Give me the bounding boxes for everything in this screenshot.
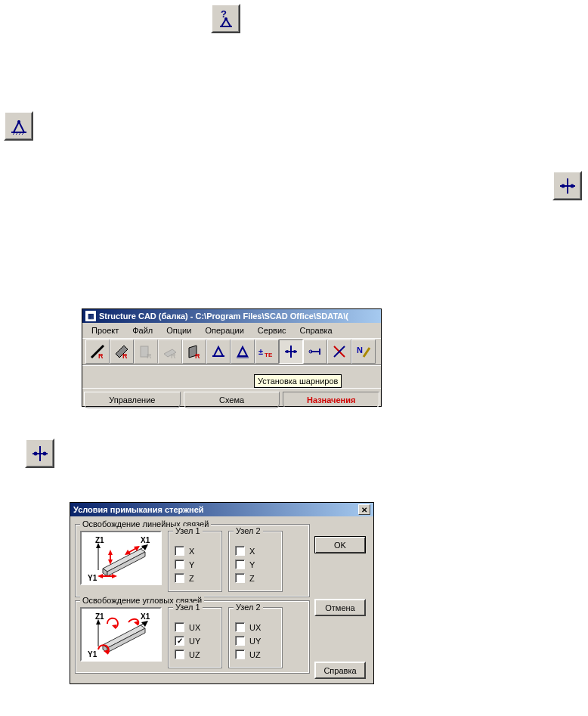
svg-marker-29 bbox=[214, 347, 223, 356]
svg-point-37 bbox=[286, 350, 289, 353]
menu-project[interactable]: Проект bbox=[85, 324, 125, 336]
tool-plate-r[interactable]: R bbox=[110, 339, 134, 364]
tool-cross[interactable] bbox=[327, 339, 351, 364]
linear-n1-z[interactable] bbox=[175, 573, 184, 583]
svg-text:±: ± bbox=[258, 347, 263, 356]
tab-scheme[interactable]: Схема bbox=[184, 392, 280, 408]
titlebar: ▦ Structure CAD (балка) - C:\Program Fil… bbox=[82, 309, 381, 323]
node2-label: Узел 2 bbox=[234, 526, 263, 535]
svg-text:N: N bbox=[357, 346, 363, 355]
hinge-conditions-dialog: Условия примыкания стержней ✕ Освобожден… bbox=[70, 502, 374, 684]
svg-marker-72 bbox=[103, 625, 145, 648]
svg-point-18 bbox=[42, 451, 46, 455]
hinge-icon-button-2[interactable] bbox=[25, 439, 54, 468]
angular-node1-group: Узел 1 UX UY UZ bbox=[168, 607, 222, 668]
toolbar: R R R R R ±TE N bbox=[82, 338, 381, 365]
angular-n2-uz[interactable] bbox=[235, 649, 245, 659]
node2-label-ang: Узел 2 bbox=[234, 603, 263, 612]
svg-marker-64 bbox=[112, 574, 117, 578]
tool-slab-r[interactable]: R bbox=[158, 339, 182, 364]
tool-release[interactable] bbox=[303, 339, 327, 364]
svg-text:Z1: Z1 bbox=[95, 612, 104, 621]
svg-text:X1: X1 bbox=[141, 536, 150, 544]
menubar: Проект Файл Опции Операции Сервис Справк… bbox=[82, 323, 381, 338]
linear-n1-x[interactable] bbox=[175, 546, 184, 556]
tab-row: Управление Схема Назначения bbox=[82, 388, 381, 406]
svg-point-14 bbox=[570, 184, 574, 188]
svg-point-3 bbox=[224, 17, 227, 20]
svg-point-6 bbox=[17, 120, 20, 123]
tool-hinge[interactable] bbox=[279, 339, 303, 364]
svg-point-38 bbox=[293, 350, 296, 353]
dialog-titlebar: Условия примыкания стержней ✕ bbox=[70, 503, 373, 516]
linear-releases-group: Освобождение линейных связей Z1 X1 Y1 bbox=[75, 524, 310, 597]
help-button[interactable]: Справка bbox=[314, 662, 366, 679]
tool-block-r[interactable]: R bbox=[134, 339, 158, 364]
svg-marker-31 bbox=[238, 347, 247, 356]
tab-manage[interactable]: Управление bbox=[84, 392, 181, 408]
tooltip: Установка шарниров bbox=[254, 374, 342, 388]
angular-n1-uy[interactable] bbox=[175, 636, 184, 646]
close-button[interactable]: ✕ bbox=[358, 504, 370, 515]
tool-bar-r1[interactable]: R bbox=[85, 339, 110, 364]
support-icon bbox=[8, 116, 29, 137]
hinge-icon bbox=[29, 443, 51, 464]
angular-n1-uz[interactable] bbox=[175, 649, 184, 659]
window-title: Structure CAD (балка) - C:\Program Files… bbox=[99, 312, 348, 321]
linear-n2-z[interactable] bbox=[235, 573, 245, 583]
linear-diagram: Z1 X1 Y1 bbox=[80, 531, 162, 585]
svg-marker-5 bbox=[14, 122, 24, 132]
tab-assign[interactable]: Назначения bbox=[283, 392, 379, 408]
svg-text:Y1: Y1 bbox=[88, 650, 97, 659]
dialog-title: Условия примыкания стержней bbox=[73, 505, 204, 514]
tool-n-pencil[interactable]: N bbox=[351, 339, 376, 364]
angular-n2-uy[interactable] bbox=[235, 636, 245, 646]
node1-label: Узел 1 bbox=[173, 526, 203, 535]
support-icon-button[interactable] bbox=[4, 111, 33, 141]
svg-point-13 bbox=[561, 184, 565, 188]
svg-marker-51 bbox=[141, 544, 148, 550]
svg-text:Z1: Z1 bbox=[95, 536, 104, 544]
svg-text:R: R bbox=[122, 352, 128, 360]
hinge-icon bbox=[557, 175, 578, 197]
ok-button[interactable]: OK bbox=[314, 536, 366, 553]
menu-help[interactable]: Справка bbox=[294, 324, 339, 336]
tool-solid-r[interactable]: R bbox=[182, 339, 206, 364]
linear-n2-y[interactable] bbox=[235, 559, 245, 569]
svg-text:R: R bbox=[147, 352, 152, 360]
app-icon: ▦ bbox=[85, 311, 96, 321]
main-window: ▦ Structure CAD (балка) - C:\Program Fil… bbox=[82, 308, 382, 407]
tool-support-2[interactable] bbox=[231, 339, 255, 364]
svg-text:R: R bbox=[171, 352, 176, 360]
angular-n2-ux[interactable] bbox=[235, 622, 245, 632]
linear-n1-y[interactable] bbox=[175, 559, 184, 569]
linear-n2-x[interactable] bbox=[235, 546, 245, 556]
linear-node1-group: Узел 1 X Y Z bbox=[168, 531, 222, 592]
angular-releases-group: Освобождение угловых связей Z1 X1 Y1 bbox=[75, 600, 310, 674]
menu-operations[interactable]: Операции bbox=[199, 324, 249, 336]
menu-service[interactable]: Сервис bbox=[252, 324, 292, 336]
question-support-icon-button[interactable]: ? bbox=[211, 4, 240, 33]
hinge-icon-button[interactable] bbox=[552, 171, 582, 200]
angular-n1-ux[interactable] bbox=[175, 622, 184, 632]
svg-text:X1: X1 bbox=[141, 612, 150, 621]
svg-text:Y1: Y1 bbox=[88, 574, 97, 582]
tool-support[interactable] bbox=[206, 339, 231, 364]
menu-options[interactable]: Опции bbox=[160, 324, 197, 336]
svg-marker-57 bbox=[108, 550, 113, 555]
question-support-icon: ? bbox=[215, 8, 237, 29]
linear-node2-group: Узел 2 X Y Z bbox=[228, 531, 283, 592]
angular-node2-group: Узел 2 UX UY UZ bbox=[228, 607, 283, 668]
node1-label-ang: Узел 1 bbox=[173, 603, 203, 612]
angular-diagram: Z1 X1 Y1 bbox=[80, 607, 162, 662]
tool-te[interactable]: ±TE bbox=[255, 339, 279, 364]
svg-text:TE: TE bbox=[265, 352, 273, 358]
cancel-button[interactable]: Отмена bbox=[314, 599, 366, 616]
svg-text:R: R bbox=[98, 352, 104, 360]
svg-point-17 bbox=[33, 451, 37, 455]
svg-marker-70 bbox=[141, 621, 148, 627]
svg-marker-63 bbox=[97, 574, 103, 578]
svg-text:R: R bbox=[195, 352, 200, 360]
menu-file[interactable]: Файл bbox=[126, 324, 159, 336]
svg-line-45 bbox=[364, 348, 370, 357]
